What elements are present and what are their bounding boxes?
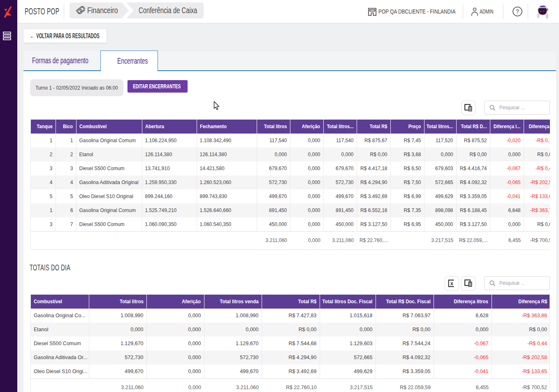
svg-text:x: x (450, 280, 454, 286)
svg-text:?: ? (516, 8, 519, 15)
